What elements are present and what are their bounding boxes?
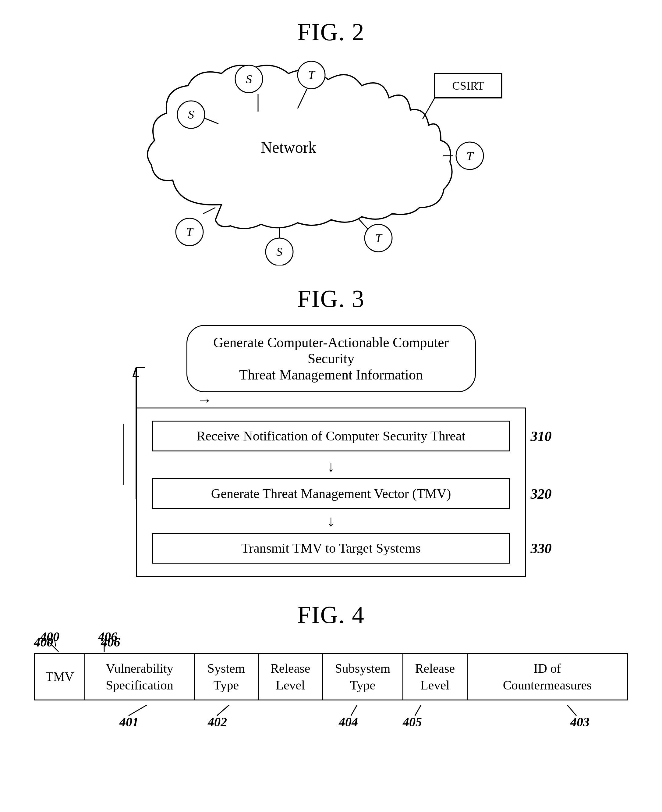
loop-arrow <box>119 424 124 485</box>
col-release-level1: ReleaseLevel <box>258 654 323 700</box>
svg-text:S: S <box>188 108 194 121</box>
fig3-section: FIG. 3 Generate Computer-Actionable Comp… <box>24 285 638 577</box>
outer-box-label: Generate Computer-Actionable Computer Se… <box>213 335 449 382</box>
svg-line-31 <box>129 705 147 716</box>
svg-text:405: 405 <box>402 715 422 729</box>
step-320-label: Generate Threat Management Vector (TMV) <box>211 486 451 501</box>
tmv-table: TMV VulnerabilitySpecification SystemTyp… <box>34 653 628 701</box>
svg-line-33 <box>217 705 229 716</box>
svg-text:T: T <box>466 149 474 163</box>
step-330: Transmit TMV to Target Systems 330 <box>152 533 510 564</box>
svg-line-16 <box>203 208 215 214</box>
flow-container: Receive Notification of Computer Securit… <box>136 408 526 577</box>
svg-line-12 <box>423 98 435 119</box>
table-row: TMV VulnerabilitySpecification SystemTyp… <box>34 654 628 700</box>
svg-text:403: 403 <box>570 715 590 729</box>
step-330-label: Transmit TMV to Target Systems <box>241 541 421 556</box>
col-vuln-spec: VulnerabilitySpecification <box>85 654 194 700</box>
col-subsystem-type: SubsystemType <box>322 654 403 700</box>
svg-text:S: S <box>246 72 252 86</box>
step-number-310: 310 <box>531 428 552 444</box>
svg-line-35 <box>351 705 357 716</box>
svg-text:400: 400 <box>40 630 59 644</box>
svg-text:T: T <box>308 68 315 82</box>
svg-text:406: 406 <box>98 630 117 644</box>
step-310: Receive Notification of Computer Securit… <box>152 420 510 451</box>
step-320: Generate Threat Management Vector (TMV) … <box>152 478 510 509</box>
svg-text:402: 402 <box>207 715 227 729</box>
fig4-section: FIG. 4 400\ 406 400 406 TMV Vulnerabilit… <box>24 601 638 735</box>
col-numbers-svg: 401 402 404 405 403 <box>34 704 628 734</box>
svg-text:404: 404 <box>339 715 358 729</box>
svg-text:Network: Network <box>261 139 316 156</box>
svg-line-39 <box>567 705 577 716</box>
arrow-310-320: ↓ <box>152 458 510 475</box>
step-310-label: Receive Notification of Computer Securit… <box>196 429 466 443</box>
col-system-type: SystemType <box>194 654 258 700</box>
step-number-330: 330 <box>531 540 552 556</box>
svg-text:401: 401 <box>119 715 138 729</box>
label-lines: 400 406 <box>34 629 156 659</box>
fig4-diagram: 400\ 406 400 406 TMV VulnerabilitySpecif… <box>34 653 628 735</box>
step-number-320: 320 <box>531 485 552 502</box>
outer-generate-box: Generate Computer-Actionable Computer Se… <box>186 325 476 392</box>
svg-text:CSIRT: CSIRT <box>452 79 484 92</box>
fig2-section: FIG. 2 Network CSIRT S S T <box>24 18 638 267</box>
svg-text:T: T <box>375 231 382 245</box>
col-release-level2: ReleaseLevel <box>403 654 468 700</box>
svg-line-22 <box>358 219 368 229</box>
svg-text:S: S <box>276 245 283 258</box>
arrow-into-flow: → <box>197 392 545 408</box>
fig2-title: FIG. 2 <box>24 18 638 46</box>
page: FIG. 2 Network CSIRT S S T <box>0 0 662 812</box>
fig3-title: FIG. 3 <box>24 285 638 313</box>
col-id-countermeasures: ID ofCountermeasures <box>467 654 628 700</box>
fig4-title: FIG. 4 <box>24 601 638 629</box>
fig2-diagram: Network CSIRT S S T T T <box>118 58 545 266</box>
svg-line-28 <box>49 643 58 652</box>
svg-text:T: T <box>186 225 193 238</box>
col-tmv: TMV <box>34 654 85 700</box>
arrow-320-330: ↓ <box>152 512 510 530</box>
svg-line-37 <box>415 705 421 716</box>
